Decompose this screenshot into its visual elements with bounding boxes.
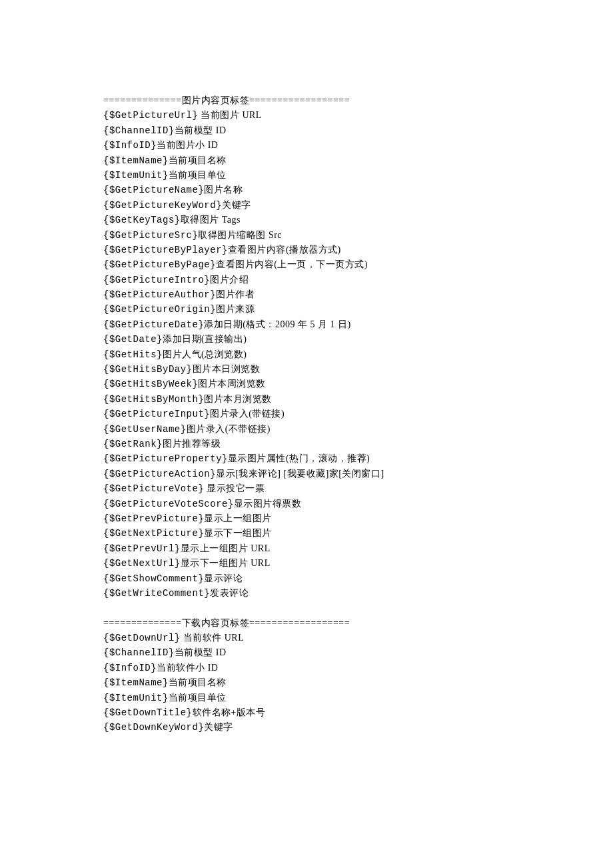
tag-definition: {$ItemUnit}当前项目单位: [103, 168, 510, 183]
tag-description: 显示图片属性(热门，滚动，推荐): [228, 453, 370, 463]
tag-description: 显示评论: [204, 573, 243, 583]
template-tag: {$GetPictureName}: [103, 185, 204, 195]
tag-definition: {$GetPictureInput}图片录入(带链接): [103, 407, 510, 421]
template-tag: {$ItemName}: [103, 155, 169, 166]
template-tag: {$ItemUnit}: [103, 693, 169, 703]
tag-description: 显示上一组图片: [204, 513, 272, 523]
template-tag: {$GetPictureIntro}: [103, 275, 210, 285]
blank-line: [103, 601, 510, 615]
template-tag: {$GetShowComment}: [103, 573, 204, 584]
tag-definition: {$GetPictureKeyWord}关键字: [103, 198, 510, 213]
tag-description: 添加日期(直接输出): [163, 334, 247, 344]
tag-definition: {$ItemUnit}当前项目单位: [103, 691, 510, 705]
tag-definition: {$GetPrevPicture}显示上一组图片: [103, 511, 510, 526]
tag-description: 图片本日浏览数: [193, 364, 261, 374]
document-page: ==============图片内容页标签=================={…: [0, 0, 613, 868]
tag-description: 查看图片内容(上一页，下一页方式): [216, 259, 368, 269]
template-tag: {$GetDate}: [103, 334, 163, 345]
tag-definition: {$GetPictureUrl} 当前图片 URL: [103, 108, 510, 123]
tag-description: 查看图片内容(播放器方式): [228, 245, 341, 255]
tag-definition: {$GetPictureOrigin}图片来源: [103, 302, 510, 317]
tag-description: 当前模型 ID: [175, 647, 227, 657]
tag-definition: {$GetPictureByPlayer}查看图片内容(播放器方式): [103, 243, 510, 257]
tag-definition: {$GetWriteComment}发表评论: [103, 586, 510, 601]
tag-description: 图片人气(总浏览数): [163, 349, 247, 359]
template-tag: {$GetKeyTags}: [103, 215, 181, 225]
section-header: ==============图片内容页标签==================: [103, 93, 510, 108]
template-tag: {$GetPictureProperty}: [103, 453, 228, 464]
tag-definition: {$GetPrevUrl}显示上一组图片 URL: [103, 541, 510, 556]
tag-definition: {$GetShowComment}显示评论: [103, 571, 510, 586]
template-tag: {$ChannelID}: [103, 125, 175, 136]
template-tag: {$GetRank}: [103, 439, 163, 449]
tag-description: 图片录入(不带链接): [187, 424, 271, 434]
tag-description: 添加日期(格式：2009 年 5 月 1 日): [204, 319, 350, 329]
template-tag: {$GetPictureOrigin}: [103, 304, 216, 315]
tag-definition: {$GetPictureAuthor}图片作者: [103, 287, 510, 302]
tag-definition: {$GetHitsByMonth}图片本月浏览数: [103, 392, 510, 407]
template-tag: {$GetPictureUrl}: [103, 110, 198, 121]
tag-definition: {$GetHits}图片人气(总浏览数): [103, 347, 510, 362]
tag-definition: {$ItemName}当前项目名称: [103, 675, 510, 690]
tag-description: 图片本月浏览数: [204, 394, 272, 404]
tag-definition: {$GetDate}添加日期(直接输出): [103, 332, 510, 347]
template-tag: {$GetPictureVoteScore}: [103, 499, 234, 509]
tag-description: 图片来源: [216, 304, 255, 314]
tag-description: 关键字: [222, 200, 251, 210]
tag-description: 当前图片 URL: [201, 110, 262, 120]
template-tag: {$GetWriteComment}: [103, 588, 210, 599]
template-tag: {$GetDownTitle}: [103, 707, 193, 718]
tag-definition: {$GetNextPicture}显示下一组图片: [103, 526, 510, 541]
tag-description: 当前项目单位: [169, 693, 227, 703]
tag-definition: {$GetKeyTags}取得图片 Tags: [103, 213, 510, 227]
tag-definition: {$ChannelID}当前模型 ID: [103, 123, 510, 138]
template-tag: {$ItemUnit}: [103, 170, 169, 181]
tag-definition: {$GetPictureAction}显示[我来评论] [我要收藏]家[关闭窗口…: [103, 467, 510, 481]
tag-definition: {$GetPictureVote} 显示投它一票: [103, 481, 510, 496]
tag-definition: {$ChannelID}当前模型 ID: [103, 645, 510, 660]
template-tag: {$GetPictureKeyWord}: [103, 200, 222, 211]
tag-definition: {$GetDownTitle}软件名称+版本号: [103, 705, 510, 720]
tag-definition: {$InfoID}当前软件小 ID: [103, 661, 510, 675]
tag-description: 图片作者: [216, 289, 255, 299]
template-tag: {$GetPrevUrl}: [103, 543, 181, 554]
template-tag: {$GetPictureInput}: [103, 409, 210, 419]
tag-definition: {$ItemName}当前项目名称: [103, 153, 510, 168]
tag-definition: {$GetPictureSrc}取得图片缩略图 Src: [103, 228, 510, 243]
tag-description: 发表评论: [210, 588, 249, 598]
tag-description: 当前图片小 ID: [157, 140, 218, 150]
tag-description: 显示图片得票数: [234, 499, 302, 509]
tag-description: 显示下一组图片: [204, 528, 272, 538]
template-tag: {$GetDownKeyWord}: [103, 722, 204, 733]
template-tag: {$GetPictureVote}: [103, 483, 204, 494]
template-tag: {$GetHits}: [103, 349, 163, 360]
tag-description: 取得图片缩略图 Src: [198, 230, 282, 240]
tag-definition: {$GetPictureName}图片名称: [103, 183, 510, 197]
tag-definition: {$InfoID}当前图片小 ID: [103, 138, 510, 153]
template-tag: {$GetPictureAuthor}: [103, 289, 216, 300]
template-tag: {$GetHitsByMonth}: [103, 394, 204, 405]
tag-description: 当前项目名称: [169, 155, 227, 165]
template-tag: {$GetPictureDate}: [103, 319, 204, 330]
tag-description: 显示上一组图片 URL: [181, 543, 271, 553]
tag-definition: {$GetNextUrl}显示下一组图片 URL: [103, 556, 510, 571]
template-tag: {$GetPrevPicture}: [103, 513, 204, 524]
tag-description: 当前项目单位: [169, 170, 227, 180]
template-tag: {$InfoID}: [103, 663, 157, 673]
template-tag: {$GetDownUrl}: [103, 633, 181, 643]
tag-definition: {$GetUserName}图片录入(不带链接): [103, 422, 510, 437]
template-tag: {$ChannelID}: [103, 647, 175, 658]
template-tag: {$GetPictureByPage}: [103, 259, 216, 270]
template-tag: {$GetHitsByWeek}: [103, 379, 198, 389]
template-tag: {$GetNextUrl}: [103, 558, 181, 569]
tag-definition: {$GetDownUrl} 当前软件 URL: [103, 631, 510, 645]
tag-description: 图片名称: [204, 185, 243, 195]
tag-description: 当前软件 URL: [183, 633, 245, 643]
tag-description: 关键字: [204, 722, 233, 732]
tag-definition: {$GetPictureVoteScore}显示图片得票数: [103, 497, 510, 511]
tag-description: 图片录入(带链接): [210, 409, 285, 419]
tag-definition: {$GetDownKeyWord}关键字: [103, 720, 510, 735]
template-tag: {$GetNextPicture}: [103, 528, 204, 539]
tag-description: 显示[我来评论] [我要收藏]家[关闭窗口]: [216, 469, 384, 479]
tag-definition: {$GetHitsByDay}图片本日浏览数: [103, 362, 510, 377]
